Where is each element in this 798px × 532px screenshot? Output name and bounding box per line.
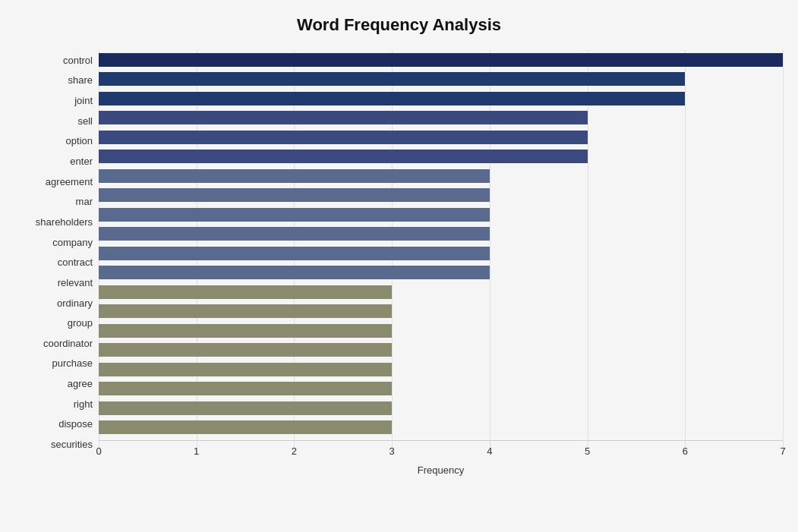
bar-row: [99, 206, 783, 223]
bar-row: [99, 187, 783, 203]
x-tick: 6: [683, 445, 688, 457]
bar-dispose: [99, 401, 392, 415]
bar-row: [99, 303, 783, 320]
bar-row: [99, 400, 783, 417]
bar-row: [99, 109, 783, 126]
y-label-ordinary: ordinary: [15, 298, 93, 308]
bar-row: [99, 380, 783, 397]
bar-row: [99, 342, 783, 358]
x-tick: 3: [390, 445, 395, 457]
bar-row: [99, 264, 783, 281]
bar-shareholders: [99, 208, 490, 222]
y-label-enter: enter: [15, 156, 93, 166]
bar-row: [99, 419, 783, 436]
bars-section: [99, 50, 783, 437]
y-label-mar: mar: [15, 197, 93, 206]
bar-company: [99, 227, 490, 241]
x-tick: 5: [585, 445, 590, 457]
y-label-relevant: relevant: [15, 278, 93, 288]
y-label-securities: securities: [15, 439, 93, 449]
y-label-option: option: [15, 136, 93, 146]
x-tick: 2: [292, 445, 297, 457]
x-tick: 1: [194, 445, 199, 457]
bar-ordinary: [99, 285, 392, 299]
x-axis-label: Frequency: [99, 464, 783, 476]
bar-row: [99, 90, 783, 107]
plot-area: 01234567 Frequency: [99, 50, 783, 476]
bar-row: [99, 245, 783, 262]
bar-share: [99, 72, 685, 86]
bar-row: [99, 361, 783, 378]
y-label-control: control: [15, 55, 93, 65]
y-label-share: share: [15, 75, 93, 85]
chart-container: Word Frequency Analysis controlsharejoin…: [0, 0, 798, 532]
bar-option: [99, 131, 588, 144]
bar-relevant: [99, 266, 490, 279]
bar-group: [99, 304, 392, 318]
y-label-contract: contract: [15, 257, 93, 267]
y-label-agree: agree: [15, 379, 93, 389]
y-label-right: right: [15, 399, 93, 409]
y-label-group: group: [15, 318, 93, 328]
bar-row: [99, 225, 783, 242]
bar-row: [99, 168, 783, 184]
bar-row: [99, 129, 783, 146]
bar-agree: [99, 363, 392, 376]
bar-right: [99, 382, 392, 395]
bar-row: [99, 52, 783, 68]
bar-row: [99, 323, 783, 339]
y-label-agreement: agreement: [15, 177, 93, 187]
x-tick: 0: [96, 445, 101, 457]
bar-securities: [99, 420, 392, 434]
x-tick: 7: [780, 445, 785, 457]
y-label-purchase: purchase: [15, 358, 93, 368]
bar-purchase: [99, 343, 392, 357]
bar-mar: [99, 188, 490, 202]
bar-agreement: [99, 169, 490, 183]
y-label-sell: sell: [15, 116, 93, 126]
y-label-company: company: [15, 238, 93, 247]
bar-row: [99, 148, 783, 165]
y-labels: controlsharejointselloptionenteragreemen…: [15, 50, 99, 476]
bar-row: [99, 284, 783, 301]
bar-control: [99, 53, 783, 67]
bar-joint: [99, 92, 685, 105]
bar-sell: [99, 111, 588, 124]
bar-row: [99, 71, 783, 87]
x-axis: 01234567: [99, 440, 783, 461]
x-tick: 4: [487, 445, 492, 457]
grid-line: [783, 50, 784, 455]
chart-area: controlsharejointselloptionenteragreemen…: [15, 50, 783, 476]
bar-coordinator: [99, 324, 392, 338]
chart-title: Word Frequency Analysis: [15, 15, 783, 35]
bar-enter: [99, 150, 588, 163]
bar-contract: [99, 247, 490, 260]
y-label-coordinator: coordinator: [15, 338, 93, 348]
y-label-joint: joint: [15, 96, 93, 105]
y-label-dispose: dispose: [15, 419, 93, 429]
y-label-shareholders: shareholders: [15, 217, 93, 227]
